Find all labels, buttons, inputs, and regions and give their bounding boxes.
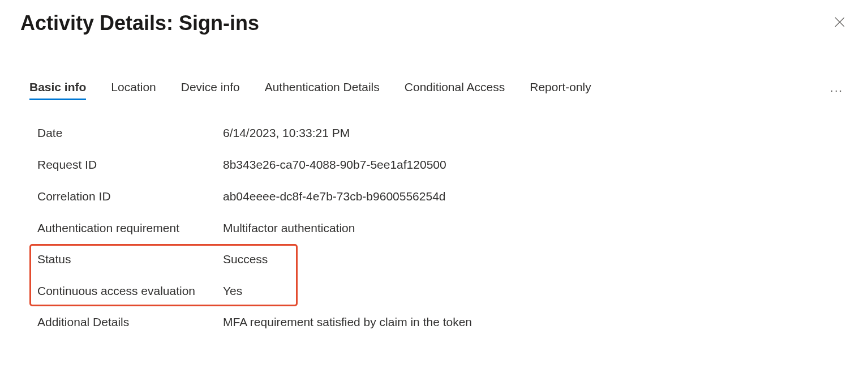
detail-row-auth-requirement: Authentication requirement Multifactor a…: [37, 212, 848, 244]
detail-value: Success: [223, 253, 296, 266]
tab-conditional-access[interactable]: Conditional Access: [405, 80, 505, 100]
detail-row-status: Status Success: [37, 246, 296, 275]
more-tabs-button[interactable]: ···: [826, 82, 848, 99]
ellipsis-icon: ···: [830, 84, 843, 96]
detail-row-additional: Additional Details MFA requirement satis…: [37, 306, 848, 338]
detail-value: 8b343e26-ca70-4088-90b7-5ee1af120500: [223, 158, 848, 172]
detail-row-cae: Continuous access evaluation Yes: [37, 275, 296, 305]
detail-label: Status: [37, 253, 223, 266]
detail-row-date: Date 6/14/2023, 10:33:21 PM: [37, 117, 848, 149]
detail-row-request-id: Request ID 8b343e26-ca70-4088-90b7-5ee1a…: [37, 149, 848, 181]
detail-value: ab04eeee-dc8f-4e7b-73cb-b9600556254d: [223, 190, 848, 203]
detail-label: Authentication requirement: [37, 221, 223, 235]
tabs-list: Basic info Location Device info Authenti…: [29, 80, 591, 100]
header-row: Activity Details: Sign-ins: [20, 11, 848, 35]
detail-label: Continuous access evaluation: [37, 284, 223, 298]
page-title: Activity Details: Sign-ins: [20, 11, 259, 35]
close-icon: [834, 16, 845, 30]
detail-label: Correlation ID: [37, 190, 223, 203]
close-button[interactable]: [832, 15, 848, 31]
detail-value: MFA requirement satisfied by claim in th…: [223, 315, 848, 329]
detail-value: 6/14/2023, 10:33:21 PM: [223, 126, 848, 140]
details-panel: Date 6/14/2023, 10:33:21 PM Request ID 8…: [20, 117, 848, 338]
detail-label: Request ID: [37, 158, 223, 172]
detail-value: Multifactor authentication: [223, 221, 848, 235]
tab-location[interactable]: Location: [111, 80, 156, 100]
detail-label: Additional Details: [37, 315, 223, 329]
detail-row-correlation-id: Correlation ID ab04eeee-dc8f-4e7b-73cb-b…: [37, 181, 848, 212]
tabs-row: Basic info Location Device info Authenti…: [20, 80, 848, 100]
detail-value: Yes: [223, 284, 296, 298]
detail-label: Date: [37, 126, 223, 140]
tab-basic-info[interactable]: Basic info: [29, 80, 86, 100]
tab-report-only[interactable]: Report-only: [530, 80, 591, 100]
tab-device-info[interactable]: Device info: [181, 80, 240, 100]
highlight-box: Status Success Continuous access evaluat…: [29, 244, 298, 306]
tab-authentication-details[interactable]: Authentication Details: [265, 80, 380, 100]
